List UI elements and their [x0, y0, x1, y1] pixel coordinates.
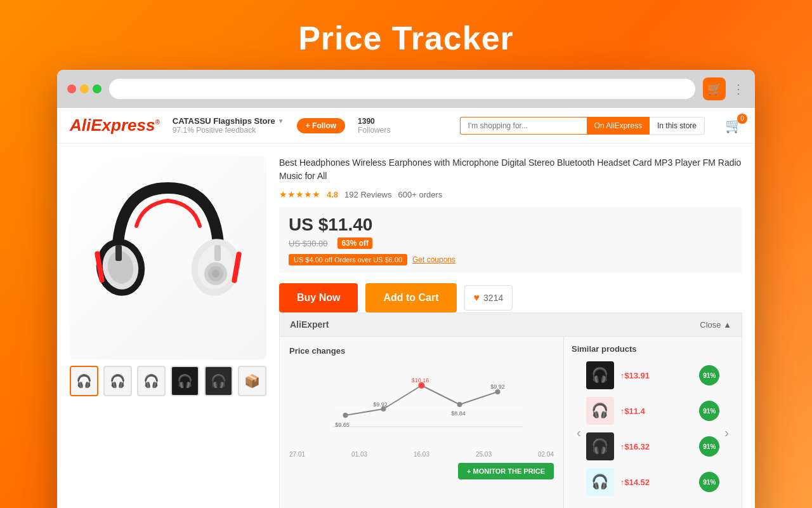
browser-content: AliExpress® CATASSU Flagships Store ▼ 97… — [57, 108, 755, 508]
coupon-bar: US $4.00 off Orders over US $6.00 Get co… — [289, 254, 733, 265]
browser-icons: 🛒 ⋮ — [703, 77, 745, 100]
minimize-window-dot[interactable] — [80, 84, 89, 93]
similar-items-list: 🎧 ↑$13.91 91% 🎧 ↑$11.4 91% — [586, 361, 720, 504]
window-controls — [67, 84, 102, 93]
coupon-tag: US $4.00 off Orders over US $6.00 — [289, 254, 407, 265]
get-coupons-link[interactable]: Get coupons — [412, 255, 455, 264]
svg-rect-10 — [115, 245, 122, 261]
thumbnail-5[interactable]: 🎧 — [204, 366, 233, 396]
similar-item-4-image: 🎧 — [586, 468, 614, 496]
product-details: Best Headphones Wireless Earphones with … — [279, 156, 742, 508]
aliexpert-header: AliExpert Close ▲ — [280, 313, 742, 337]
maximize-window-dot[interactable] — [93, 84, 102, 93]
aliexpress-logo: AliExpress® — [70, 116, 160, 135]
similar-item-4-price: ↑$14.52 — [620, 478, 693, 487]
similar-item-1-badge: 91% — [699, 365, 719, 385]
svg-text:$9.92: $9.92 — [373, 401, 388, 408]
add-to-cart-button[interactable]: Add to Cart — [365, 283, 456, 312]
similar-item-4: 🎧 ↑$14.52 91% — [586, 468, 720, 496]
search-store-tab[interactable]: In this store — [650, 117, 705, 135]
thumbnail-6[interactable]: 📦 — [238, 366, 266, 396]
current-price: US $11.40 — [289, 215, 733, 235]
similar-item-3-image: 🎧 — [586, 432, 614, 460]
main-product-image — [70, 156, 266, 359]
similar-item-2-image: 🎧 — [586, 397, 614, 425]
wishlist-count: 3214 — [483, 293, 503, 303]
price-chart-section: Price changes — [280, 337, 564, 508]
rating-score: 4.8 — [327, 190, 338, 199]
panel-body: Price changes — [280, 337, 742, 508]
aliexpert-title: AliExpert — [290, 319, 329, 330]
chart-container: $9.65 $9.92 $10.16 $8.84 $9.92 — [289, 363, 554, 446]
url-bar[interactable] — [109, 79, 695, 99]
similar-item-4-badge: 91% — [699, 472, 719, 492]
aliexpert-panel: AliExpert Close ▲ Price changes — [279, 312, 742, 508]
similar-item-2: 🎧 ↑$11.4 91% — [586, 397, 720, 425]
similar-item-1: 🎧 ↑$13.91 91% — [586, 361, 720, 389]
svg-point-16 — [343, 413, 348, 418]
similar-item-3: 🎧 ↑$16.32 91% — [586, 432, 720, 460]
svg-text:$8.84: $8.84 — [451, 410, 466, 417]
discount-badge: 63% off — [337, 237, 372, 249]
reviews-count: 192 Reviews — [344, 190, 391, 199]
price-section: US $11.40 US $30.80 63% off US $4.00 off… — [279, 207, 742, 273]
similar-item-1-price: ↑$13.91 — [620, 371, 693, 380]
action-buttons: Buy Now Add to Cart ♥ 3214 — [279, 283, 742, 312]
monitor-price-button[interactable]: + MONITOR THE PRICE — [458, 463, 554, 479]
thumbnail-1[interactable]: 🎧 — [70, 366, 98, 396]
search-input[interactable] — [460, 117, 587, 135]
cart-badge: 0 — [737, 114, 747, 124]
follow-button[interactable]: + Follow — [297, 118, 345, 133]
thumbnail-4[interactable]: 🎧 — [171, 366, 199, 396]
browser-menu-icon[interactable]: ⋮ — [732, 81, 745, 97]
browser-window: 🛒 ⋮ AliExpress® CATASSU Flagships Store … — [57, 70, 755, 508]
page-title: Price Tracker — [298, 19, 514, 57]
search-aliexpress-tab[interactable]: On AliExpress — [587, 117, 650, 135]
price-chart-svg: $9.65 $9.92 $10.16 $8.84 $9.92 — [289, 363, 554, 439]
product-title: Best Headphones Wireless Earphones with … — [279, 156, 742, 183]
aliexpert-close-button[interactable]: Close ▲ — [700, 320, 731, 330]
price-changes-title: Price changes — [289, 346, 554, 356]
svg-text:$9.92: $9.92 — [490, 384, 505, 390]
wishlist-button[interactable]: ♥ 3214 — [464, 285, 513, 311]
buy-now-button[interactable]: Buy Now — [279, 283, 358, 312]
product-area: 🎧 🎧 🎧 🎧 🎧 📦 Best Headphones Wireless Ear… — [57, 144, 755, 508]
browser-bar: 🛒 ⋮ — [57, 70, 755, 108]
svg-text:$9.65: $9.65 — [335, 422, 350, 428]
followers-count: 1390 — [358, 117, 390, 126]
followers-label: Followers — [358, 126, 390, 135]
store-header: AliExpress® CATASSU Flagships Store ▼ 97… — [57, 108, 755, 144]
svg-rect-11 — [214, 245, 221, 261]
star-rating: ★★★★★ — [279, 189, 320, 199]
similar-item-1-image: 🎧 — [586, 361, 614, 389]
similar-next-arrow[interactable]: › — [719, 423, 734, 443]
orders-count: 600+ orders — [398, 190, 443, 199]
store-name-row: CATASSU Flagships Store ▼ — [173, 116, 284, 126]
header-cart-button[interactable]: 🛒 0 — [725, 117, 742, 134]
svg-point-20 — [495, 389, 501, 394]
thumbnail-2[interactable]: 🎧 — [103, 366, 132, 396]
heart-icon: ♥ — [474, 292, 480, 304]
ratings-row: ★★★★★ 4.8 192 Reviews 600+ orders — [279, 189, 742, 199]
headphone-svg — [86, 169, 251, 347]
similar-products-title: Similar products — [572, 344, 734, 354]
similar-products-section: Similar products ‹ 🎧 ↑$13.91 91% — [564, 337, 742, 508]
search-area: On AliExpress In this store — [460, 117, 705, 135]
svg-point-19 — [457, 402, 462, 407]
thumbnail-3[interactable]: 🎧 — [137, 366, 166, 396]
store-rating: 97.1% Positive feedback — [173, 126, 284, 135]
similar-item-2-price: ↑$11.4 — [620, 406, 693, 416]
similar-item-3-badge: 91% — [699, 436, 719, 457]
close-window-dot[interactable] — [67, 84, 76, 93]
followers-info: 1390 Followers — [358, 117, 390, 135]
old-price: US $30.80 — [289, 239, 327, 248]
similar-item-3-price: ↑$16.32 — [620, 442, 693, 451]
similar-item-2-badge: 91% — [699, 401, 719, 421]
browser-cart-icon[interactable]: 🛒 — [703, 77, 726, 100]
svg-point-8 — [212, 270, 219, 277]
store-dropdown-arrow[interactable]: ▼ — [278, 117, 284, 124]
similar-prev-arrow[interactable]: ‹ — [572, 423, 586, 443]
store-name: CATASSU Flagships Store — [173, 116, 275, 126]
chart-dates: 27.01 01.03 16.03 25.03 02.04 — [289, 451, 554, 458]
thumbnail-row: 🎧 🎧 🎧 🎧 🎧 📦 — [70, 366, 266, 396]
